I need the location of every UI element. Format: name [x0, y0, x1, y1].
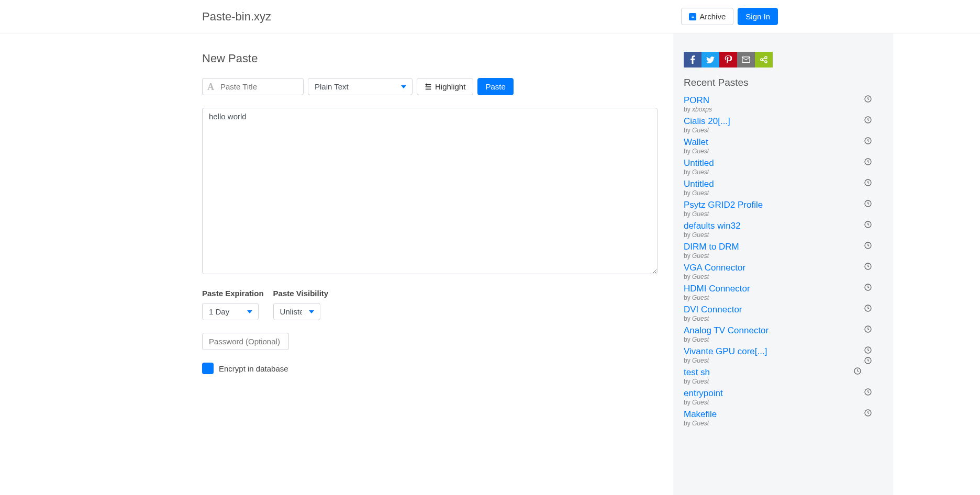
recent-paste-link[interactable]: defaults win32: [684, 221, 883, 231]
clock-icon: [864, 346, 872, 356]
recent-paste-link[interactable]: Psytz GRID2 Profile: [684, 200, 883, 210]
expiration-select[interactable]: 1 Day: [202, 303, 259, 320]
clock-icon: [864, 304, 872, 314]
recent-paste-link[interactable]: Makefile: [684, 409, 883, 420]
recent-paste-author: by Guest: [684, 127, 883, 134]
share-pinterest-button[interactable]: [719, 52, 737, 68]
twitter-icon: [706, 57, 715, 63]
clock-icon: [864, 137, 872, 147]
password-input[interactable]: [202, 333, 289, 350]
recent-paste-item: Makefileby Guest: [684, 408, 883, 429]
encrypt-label: Encrypt in database: [219, 364, 288, 373]
encrypt-checkbox[interactable]: [202, 363, 214, 374]
share-facebook-button[interactable]: [684, 52, 701, 68]
archive-icon: ≡: [689, 13, 696, 20]
paste-submit-button[interactable]: Paste: [477, 78, 513, 95]
svg-point-5: [765, 57, 767, 59]
svg-point-6: [765, 61, 767, 63]
recent-paste-author: by Guest: [684, 231, 883, 239]
clock-icon: [864, 356, 872, 367]
share-more-button[interactable]: [755, 52, 773, 68]
share-email-button[interactable]: [737, 52, 755, 68]
recent-paste-item: Analog TV Connectorby Guest: [684, 324, 883, 345]
svg-line-8: [763, 60, 765, 61]
clock-icon: [864, 388, 872, 398]
recent-paste-item: test shby Guest: [684, 366, 883, 387]
paste-title-input[interactable]: [202, 78, 304, 95]
recent-paste-link[interactable]: Wallet: [684, 137, 883, 148]
recent-paste-item: HDMI Connectorby Guest: [684, 282, 883, 303]
recent-paste-author: by xboxps: [684, 106, 883, 113]
recent-paste-author: by Guest: [684, 252, 883, 260]
archive-label: Archive: [699, 12, 726, 21]
email-icon: [742, 57, 750, 63]
recent-pastes-list: PORNby xboxpsCialis 20[...]by GuestWalle…: [684, 94, 883, 429]
clock-icon: [864, 95, 872, 105]
recent-paste-link[interactable]: Untitled: [684, 179, 883, 189]
recent-paste-author: by Guest: [684, 378, 883, 385]
visibility-select[interactable]: Unlisted: [273, 303, 320, 320]
recent-paste-item: VGA Connectorby Guest: [684, 261, 883, 282]
recent-paste-link[interactable]: DIRM to DRM: [684, 242, 883, 252]
clock-icon: [864, 199, 872, 210]
archive-button[interactable]: ≡ Archive: [681, 8, 733, 25]
syntax-select[interactable]: Plain Text: [308, 78, 413, 95]
share-twitter-button[interactable]: [701, 52, 719, 68]
pinterest-icon: [725, 55, 732, 64]
facebook-icon: [690, 55, 695, 64]
recent-paste-link[interactable]: test sh: [684, 367, 883, 378]
recent-paste-item: Untitledby Guest: [684, 156, 883, 177]
signin-button[interactable]: Sign In: [738, 8, 778, 25]
highlight-button[interactable]: Highlight: [417, 78, 473, 95]
recent-paste-item: Walletby Guest: [684, 136, 883, 156]
expiration-label: Paste Expiration: [202, 289, 264, 298]
main-content: New Paste A Plain Text Highlight Paste h…: [87, 33, 673, 495]
svg-point-4: [761, 59, 763, 61]
svg-line-7: [763, 58, 765, 59]
clock-icon: [864, 325, 872, 335]
recent-paste-link[interactable]: entrypoint: [684, 388, 883, 399]
brand-logo[interactable]: Paste-bin.xyz: [202, 10, 271, 24]
recent-paste-author: by Guest: [684, 148, 883, 155]
recent-paste-item: DVI Connectorby Guest: [684, 303, 883, 324]
recent-paste-link[interactable]: VGA Connector: [684, 263, 883, 273]
font-icon: A: [207, 81, 214, 92]
visibility-label: Paste Visibility: [273, 289, 329, 298]
highlight-icon: [425, 83, 432, 91]
recent-paste-author: by Guest: [684, 357, 883, 364]
clock-icon: [853, 367, 862, 377]
recent-paste-item: Cialis 20[...]by Guest: [684, 115, 883, 136]
recent-paste-item: PORNby xboxps: [684, 94, 883, 115]
sidebar: Recent Pastes PORNby xboxpsCialis 20[...…: [673, 33, 893, 495]
recent-paste-link[interactable]: Cialis 20[...]: [684, 116, 883, 127]
recent-paste-author: by Guest: [684, 399, 883, 406]
recent-paste-author: by Guest: [684, 294, 883, 301]
clock-icon: [864, 409, 872, 419]
recent-paste-author: by Guest: [684, 273, 883, 280]
recent-paste-item: entrypointby Guest: [684, 387, 883, 408]
recent-paste-author: by Guest: [684, 336, 883, 343]
clock-icon: [864, 178, 872, 189]
recent-paste-link[interactable]: HDMI Connector: [684, 284, 883, 294]
recent-paste-author: by Guest: [684, 210, 883, 218]
recent-paste-link[interactable]: Vivante GPU core[...]: [684, 346, 883, 357]
recent-pastes-title: Recent Pastes: [684, 77, 883, 88]
header: Paste-bin.xyz ≡ Archive Sign In: [0, 0, 980, 33]
clock-icon: [864, 158, 872, 168]
recent-paste-item: Vivante GPU core[...]by Guest: [684, 345, 883, 366]
recent-paste-link[interactable]: DVI Connector: [684, 305, 883, 315]
highlight-label: Highlight: [435, 82, 465, 91]
recent-paste-author: by Guest: [684, 315, 883, 322]
paste-content-textarea[interactable]: hello world: [202, 108, 658, 274]
clock-icon: [864, 116, 872, 126]
clock-icon: [864, 241, 872, 252]
recent-paste-link[interactable]: Untitled: [684, 158, 883, 168]
recent-paste-link[interactable]: Analog TV Connector: [684, 325, 883, 336]
clock-icon: [864, 220, 872, 231]
recent-paste-link[interactable]: PORN: [684, 95, 883, 106]
page-title: New Paste: [202, 52, 673, 65]
recent-paste-author: by Guest: [684, 189, 883, 197]
recent-paste-author: by Guest: [684, 168, 883, 176]
share-icon: [760, 55, 768, 64]
recent-paste-item: Untitledby Guest: [684, 177, 883, 198]
